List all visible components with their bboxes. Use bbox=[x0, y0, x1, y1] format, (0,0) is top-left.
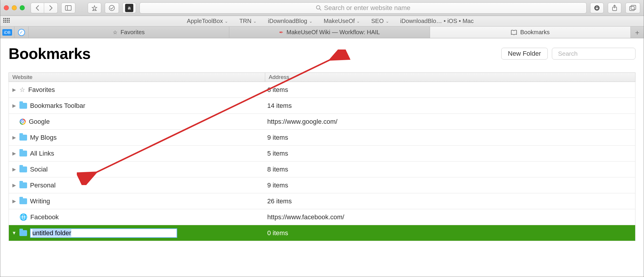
idb-icon: iDB bbox=[2, 29, 12, 36]
table-row[interactable]: ▼untitled folder0 items bbox=[9, 225, 635, 241]
sidebar-toggle-button[interactable] bbox=[61, 3, 75, 13]
rename-input[interactable]: untitled folder bbox=[30, 228, 177, 238]
disclosure-closed-icon[interactable]: ▶ bbox=[12, 87, 16, 93]
column-header-website[interactable]: Website bbox=[9, 73, 265, 82]
tab-label: Bookmarks bbox=[520, 29, 550, 36]
folder-icon bbox=[19, 198, 27, 204]
table-row[interactable]: ▶Social8 items bbox=[9, 161, 635, 177]
column-header-address[interactable]: Address bbox=[265, 73, 635, 82]
fullscreen-window-button[interactable] bbox=[20, 5, 25, 10]
new-tab-button[interactable]: ＋ bbox=[631, 27, 644, 38]
bookmarks-search[interactable] bbox=[552, 48, 635, 60]
table-row[interactable]: 🌐Facebookhttps://www.facebook.com/ bbox=[9, 209, 635, 225]
table-header: Website Address bbox=[9, 72, 635, 82]
favorites-bar-item[interactable]: iDownloadBlo… • iOS • Mac bbox=[400, 18, 474, 24]
row-address: 8 items bbox=[265, 166, 635, 173]
favorites-bar-label: TRN bbox=[239, 18, 251, 24]
disclosure-closed-icon[interactable]: ▶ bbox=[12, 182, 16, 188]
nav-back-forward bbox=[31, 3, 58, 13]
pinned-tab-check[interactable]: ✓ bbox=[14, 27, 29, 38]
tab-favorites[interactable]: ☆ Favorites bbox=[29, 27, 229, 38]
favorites-bar: AppleToolBox⌄TRN⌄iDownloadBlog⌄MakeUseOf… bbox=[0, 16, 644, 27]
favorites-bar-label: iDownloadBlog bbox=[268, 18, 307, 24]
folder-icon bbox=[19, 230, 27, 236]
table-row[interactable]: ▶☆Favorites6 items bbox=[9, 82, 635, 98]
top-sites-button[interactable] bbox=[88, 3, 101, 13]
folder-icon bbox=[19, 103, 27, 109]
share-button[interactable] bbox=[608, 3, 621, 13]
row-address: 6 items bbox=[265, 86, 635, 94]
disclosure-open-icon[interactable]: ▼ bbox=[12, 230, 16, 236]
show-all-tabs-button[interactable] bbox=[625, 3, 640, 13]
tab-makeuseof-wiki[interactable]: ✒ MakeUseOf Wiki — Workflow: HAIL bbox=[229, 27, 430, 38]
forward-button[interactable] bbox=[44, 3, 58, 13]
chevron-down-icon: ⌄ bbox=[253, 19, 257, 24]
address-bar[interactable]: Search or enter website name bbox=[140, 2, 587, 14]
new-folder-button[interactable]: New Folder bbox=[501, 48, 548, 60]
svg-line-6 bbox=[320, 9, 321, 10]
reading-list-button[interactable] bbox=[105, 3, 119, 13]
folder-icon bbox=[19, 151, 27, 156]
folder-icon bbox=[19, 135, 27, 141]
favorites-bar-label: iDownloadBlo… • iOS • Mac bbox=[400, 18, 474, 24]
row-name: All Links bbox=[30, 150, 54, 157]
book-icon bbox=[511, 30, 517, 35]
table-row[interactable]: ▶Personal9 items bbox=[9, 177, 635, 193]
row-address: 5 items bbox=[265, 150, 635, 157]
tab-label: Favorites bbox=[120, 29, 145, 36]
favorites-bar-label: AppleToolBox bbox=[187, 18, 223, 24]
globe-icon: 🌐 bbox=[19, 213, 27, 221]
table-row[interactable]: ▶My Blogs9 items bbox=[9, 130, 635, 146]
folder-icon bbox=[19, 166, 27, 172]
toolbar-right bbox=[590, 3, 640, 13]
pinned-tab-idb[interactable]: iDB bbox=[0, 27, 14, 38]
svg-rect-0 bbox=[65, 6, 71, 10]
tab-bookmarks[interactable]: Bookmarks bbox=[430, 27, 631, 38]
table-row[interactable]: ▶Bookmarks Toolbar14 items bbox=[9, 98, 635, 114]
row-address: https://www.facebook.com/ bbox=[265, 213, 635, 221]
apps-grid-icon[interactable] bbox=[3, 18, 10, 24]
minimize-window-button[interactable] bbox=[12, 5, 17, 10]
favorites-bar-item[interactable]: SEO⌄ bbox=[371, 18, 389, 24]
row-name: My Blogs bbox=[30, 134, 57, 141]
row-name: Writing bbox=[30, 197, 50, 205]
window-titlebar: a Search or enter website name bbox=[0, 0, 644, 16]
favorites-bar-item[interactable]: MakeUseOf⌄ bbox=[324, 18, 360, 24]
row-address: 9 items bbox=[265, 134, 635, 141]
bookmarks-table: Website Address ▶☆Favorites6 items▶Bookm… bbox=[9, 72, 635, 241]
star-icon: ☆ bbox=[19, 86, 25, 94]
downloads-button[interactable] bbox=[590, 3, 604, 13]
svg-point-5 bbox=[316, 6, 320, 9]
favorites-bar-label: MakeUseOf bbox=[324, 18, 355, 24]
disclosure-closed-icon[interactable]: ▶ bbox=[12, 198, 16, 204]
favorites-bar-item[interactable]: iDownloadBlog⌄ bbox=[268, 18, 312, 24]
row-name: Personal bbox=[30, 182, 56, 189]
back-button[interactable] bbox=[31, 3, 44, 13]
row-name: Favorites bbox=[28, 86, 55, 94]
traffic-lights bbox=[4, 5, 25, 10]
disclosure-closed-icon[interactable]: ▶ bbox=[12, 103, 16, 108]
search-input[interactable] bbox=[558, 50, 635, 57]
table-row[interactable]: Googlehttps://www.google.com/ bbox=[9, 114, 635, 130]
google-favicon-icon bbox=[19, 118, 26, 125]
close-window-button[interactable] bbox=[4, 5, 9, 10]
disclosure-closed-icon[interactable]: ▶ bbox=[12, 166, 16, 172]
page-title: Bookmarks bbox=[9, 45, 91, 62]
chevron-down-icon: ⌄ bbox=[356, 19, 360, 24]
favorites-bar-item[interactable]: TRN⌄ bbox=[239, 18, 257, 24]
disclosure-closed-icon[interactable]: ▶ bbox=[12, 151, 16, 156]
favorites-bar-item[interactable]: AppleToolBox⌄ bbox=[187, 18, 228, 24]
tab-label: MakeUseOf Wiki — Workflow: HAIL bbox=[286, 29, 380, 36]
bookmarks-page: Bookmarks New Folder Website Address ▶☆F… bbox=[0, 38, 644, 241]
feather-icon: ✒ bbox=[279, 29, 283, 36]
row-address: 9 items bbox=[265, 182, 635, 189]
tab-strip: iDB ✓ ☆ Favorites ✒ MakeUseOf Wiki — Wor… bbox=[0, 27, 644, 38]
table-row[interactable]: ▶All Links5 items bbox=[9, 146, 635, 161]
amazon-extension-button[interactable]: a bbox=[122, 3, 136, 13]
row-name: Facebook bbox=[30, 213, 59, 221]
disclosure-closed-icon[interactable]: ▶ bbox=[12, 135, 16, 140]
row-address: https://www.google.com/ bbox=[265, 118, 635, 126]
svg-marker-2 bbox=[92, 6, 97, 10]
amazon-icon: a bbox=[125, 4, 133, 12]
table-row[interactable]: ▶Writing26 items bbox=[9, 193, 635, 209]
